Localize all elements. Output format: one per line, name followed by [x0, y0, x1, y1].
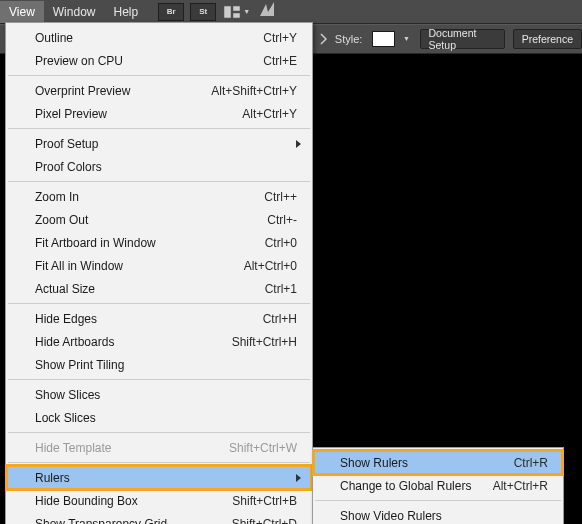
submenu-item-show-rulers[interactable]: Show RulersCtrl+R: [314, 451, 562, 474]
menu-item-shortcut: Ctrl+R: [514, 456, 548, 470]
preferences-button[interactable]: Preference: [513, 29, 582, 49]
arrange-documents-icon[interactable]: ▼: [223, 5, 250, 19]
menu-item-fit-all-in-window[interactable]: Fit All in WindowAlt+Ctrl+0: [7, 254, 311, 277]
menu-item-shortcut: Alt+Shift+Ctrl+Y: [211, 84, 297, 98]
menubar-help[interactable]: Help: [104, 1, 147, 23]
menu-item-shortcut: Ctrl+Y: [263, 31, 297, 45]
menu-item-outline[interactable]: OutlineCtrl+Y: [7, 26, 311, 49]
menu-item-label: Hide Template: [35, 441, 229, 455]
svg-rect-2: [233, 13, 240, 18]
menu-item-label: Show Print Tiling: [35, 358, 297, 372]
menu-item-proof-setup[interactable]: Proof Setup: [7, 132, 311, 155]
menu-item-shortcut: Shift+Ctrl+W: [229, 441, 297, 455]
menu-item-shortcut: Ctrl+H: [263, 312, 297, 326]
menu-item-lock-slices[interactable]: Lock Slices: [7, 406, 311, 429]
menu-separator: [8, 128, 310, 129]
menu-item-zoom-in[interactable]: Zoom InCtrl++: [7, 185, 311, 208]
menubar-window[interactable]: Window: [44, 1, 105, 23]
menu-item-label: Change to Global Rulers: [340, 479, 493, 493]
submenu-separator: [315, 500, 561, 501]
submenu-item-show-video-rulers[interactable]: Show Video Rulers: [314, 504, 562, 524]
menu-item-preview-on-cpu[interactable]: Preview on CPUCtrl+E: [7, 49, 311, 72]
menu-item-label: Lock Slices: [35, 411, 297, 425]
menu-item-label: Proof Colors: [35, 160, 297, 174]
style-label: Style:: [335, 33, 363, 45]
menu-item-label: Zoom In: [35, 190, 264, 204]
menu-item-shortcut: Alt+Ctrl+Y: [242, 107, 297, 121]
menu-item-label: Outline: [35, 31, 263, 45]
menu-item-hide-edges[interactable]: Hide EdgesCtrl+H: [7, 307, 311, 330]
menubar-view[interactable]: View: [0, 1, 44, 23]
menu-item-label: Show Video Rulers: [340, 509, 548, 523]
menu-item-shortcut: Ctrl+E: [263, 54, 297, 68]
menu-item-shortcut: Ctrl+0: [265, 236, 297, 250]
app-root: View Window Help Br St ▼ Style: ▼ Doc: [0, 0, 582, 524]
document-setup-button[interactable]: Document Setup: [420, 29, 505, 49]
menu-item-label: Hide Edges: [35, 312, 263, 326]
menu-separator: [8, 75, 310, 76]
menu-item-fit-artboard-in-window[interactable]: Fit Artboard in WindowCtrl+0: [7, 231, 311, 254]
menu-item-label: Preview on CPU: [35, 54, 263, 68]
menu-item-label: Hide Artboards: [35, 335, 232, 349]
chevron-right-icon[interactable]: [320, 32, 327, 46]
menu-item-label: Pixel Preview: [35, 107, 242, 121]
submenu-item-change-to-global-rulers[interactable]: Change to Global RulersAlt+Ctrl+R: [314, 474, 562, 497]
style-dropdown-icon[interactable]: ▼: [403, 36, 412, 42]
menu-item-overprint-preview[interactable]: Overprint PreviewAlt+Shift+Ctrl+Y: [7, 79, 311, 102]
menu-item-show-transparency-grid[interactable]: Show Transparency GridShift+Ctrl+D: [7, 512, 311, 524]
menubar: View Window Help Br St ▼: [0, 0, 582, 24]
menu-item-label: Actual Size: [35, 282, 265, 296]
stock-icon[interactable]: St: [190, 3, 216, 21]
menu-item-label: Show Transparency Grid: [35, 517, 232, 525]
menu-item-shortcut: Shift+Ctrl+D: [232, 517, 297, 525]
menubar-icon-group: Br St ▼: [155, 2, 280, 22]
menu-item-shortcut: Ctrl+-: [267, 213, 297, 227]
menu-item-shortcut: Ctrl++: [264, 190, 297, 204]
menu-item-shortcut: Alt+Ctrl+R: [493, 479, 548, 493]
menu-item-label: Show Slices: [35, 388, 297, 402]
svg-rect-0: [224, 6, 231, 18]
menu-item-zoom-out[interactable]: Zoom OutCtrl+-: [7, 208, 311, 231]
menu-item-shortcut: Shift+Ctrl+B: [232, 494, 297, 508]
menu-item-label: Fit All in Window: [35, 259, 244, 273]
menu-item-label: Zoom Out: [35, 213, 267, 227]
menu-item-shortcut: Ctrl+1: [265, 282, 297, 296]
menu-item-label: Proof Setup: [35, 137, 297, 151]
menu-item-actual-size[interactable]: Actual SizeCtrl+1: [7, 277, 311, 300]
menu-separator: [8, 432, 310, 433]
svg-rect-1: [233, 6, 240, 11]
menu-separator: [8, 181, 310, 182]
rulers-submenu-panel: Show RulersCtrl+RChange to Global Rulers…: [312, 447, 564, 524]
menu-item-shortcut: Alt+Ctrl+0: [244, 259, 297, 273]
menu-separator: [8, 462, 310, 463]
menu-item-label: Show Rulers: [340, 456, 514, 470]
menu-item-label: Rulers: [35, 471, 297, 485]
menu-item-hide-artboards[interactable]: Hide ArtboardsShift+Ctrl+H: [7, 330, 311, 353]
bridge-icon[interactable]: Br: [158, 3, 184, 21]
menu-item-label: Overprint Preview: [35, 84, 211, 98]
gpu-performance-icon[interactable]: [258, 2, 276, 22]
menu-item-show-print-tiling[interactable]: Show Print Tiling: [7, 353, 311, 376]
menu-item-rulers[interactable]: Rulers: [7, 466, 311, 489]
menu-item-hide-bounding-box[interactable]: Hide Bounding BoxShift+Ctrl+B: [7, 489, 311, 512]
menu-separator: [8, 379, 310, 380]
menu-item-label: Fit Artboard in Window: [35, 236, 265, 250]
menu-item-pixel-preview[interactable]: Pixel PreviewAlt+Ctrl+Y: [7, 102, 311, 125]
menu-item-show-slices[interactable]: Show Slices: [7, 383, 311, 406]
menu-item-proof-colors[interactable]: Proof Colors: [7, 155, 311, 178]
style-swatch[interactable]: [372, 31, 395, 47]
menu-separator: [8, 303, 310, 304]
menu-item-hide-template: Hide TemplateShift+Ctrl+W: [7, 436, 311, 459]
menu-item-label: Hide Bounding Box: [35, 494, 232, 508]
menu-item-shortcut: Shift+Ctrl+H: [232, 335, 297, 349]
view-menu-panel: OutlineCtrl+YPreview on CPUCtrl+EOverpri…: [5, 22, 313, 524]
